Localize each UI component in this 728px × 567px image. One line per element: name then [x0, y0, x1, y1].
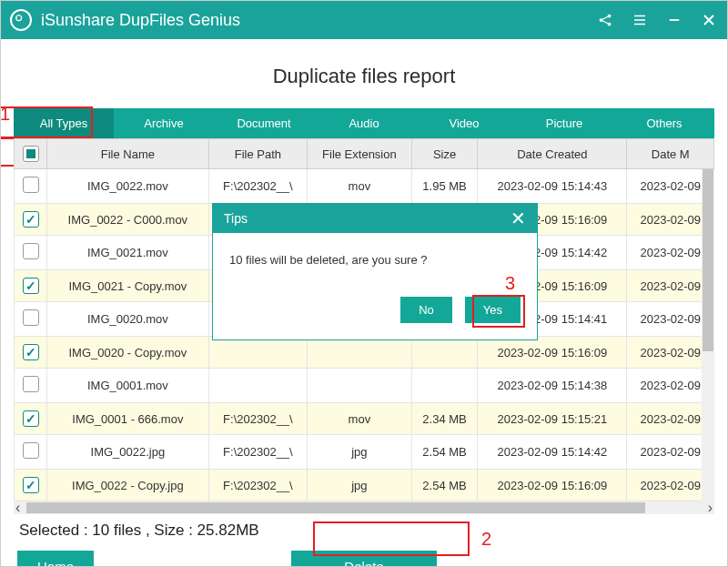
cell-file-path: F:\202302__\ — [208, 435, 307, 470]
minimize-icon[interactable] — [665, 11, 683, 29]
cell-file-ext: mov — [308, 169, 412, 204]
cell-date-created: 2023-02-09 15:16:09 — [478, 470, 627, 501]
col-file-name[interactable]: File Name — [47, 139, 209, 169]
svg-point-1 — [600, 18, 603, 22]
title-bar: iSunshare DupFiles Genius — [1, 1, 727, 39]
cell-file-name: IMG_0021.mov — [47, 236, 209, 270]
tab-video[interactable]: Video — [414, 108, 514, 138]
col-file-ext[interactable]: File Extension — [308, 139, 412, 169]
dialog-title: Tips — [224, 211, 248, 226]
svg-point-2 — [608, 15, 612, 18]
cell-size — [411, 369, 478, 403]
tab-audio[interactable]: Audio — [314, 108, 414, 138]
cell-size: 2.34 MB — [411, 403, 478, 435]
status-text: Selected : 10 files , Size : 25.82MB — [14, 518, 714, 547]
svg-point-3 — [608, 23, 612, 26]
confirm-dialog: Tips ✕ 10 files will be deleted, are you… — [212, 203, 538, 340]
cell-file-name: IMG_0022 - C000.mov — [47, 204, 209, 236]
dialog-close-icon[interactable]: ✕ — [511, 212, 526, 225]
cell-file-ext: jpg — [308, 470, 412, 501]
row-checkbox[interactable] — [23, 442, 39, 459]
col-date-modified[interactable]: Date M — [627, 139, 714, 169]
table-row[interactable]: IMG_0001.mov2023-02-09 15:14:382023-02-0… — [15, 369, 714, 403]
cell-date-created: 2023-02-09 15:14:42 — [478, 435, 627, 470]
page-title: Duplicate files report — [1, 39, 727, 108]
tab-archive[interactable]: Archive — [114, 108, 214, 138]
cell-file-ext — [308, 369, 412, 403]
row-checkbox[interactable] — [23, 309, 39, 326]
cell-file-name: IMG_0020.mov — [47, 302, 209, 337]
cell-date-created: 2023-02-09 15:16:09 — [478, 337, 627, 369]
cell-file-ext: jpg — [308, 435, 412, 470]
cell-file-ext — [308, 337, 412, 369]
cell-file-name: IMG_0022.mov — [47, 169, 209, 204]
table-row[interactable]: IMG_0022.movF:\202302__\mov1.95 MB2023-0… — [15, 169, 714, 204]
cell-file-name: IMG_0020 - Copy.mov — [47, 337, 209, 369]
cell-date-created: 2023-02-09 15:14:43 — [478, 169, 627, 204]
horizontal-scrollbar-thumb[interactable] — [26, 502, 645, 513]
tab-all-types[interactable]: All Types — [14, 108, 114, 138]
tab-others[interactable]: Others — [614, 108, 714, 138]
tab-document[interactable]: Document — [214, 108, 314, 138]
cell-date-created: 2023-02-09 15:14:38 — [478, 369, 627, 403]
table-row[interactable]: IMG_0022.jpgF:\202302__\jpg2.54 MB2023-0… — [15, 435, 714, 470]
share-icon[interactable] — [596, 11, 614, 29]
cell-file-path — [208, 369, 307, 403]
vertical-scrollbar-thumb[interactable] — [703, 169, 713, 351]
row-checkbox[interactable] — [23, 243, 39, 259]
dialog-message: 10 files will be deleted, are you sure ? — [213, 233, 537, 297]
col-file-path[interactable]: File Path — [208, 139, 307, 169]
menu-icon[interactable] — [631, 11, 649, 29]
row-checkbox[interactable] — [23, 477, 39, 493]
cell-file-name: IMG_0022 - Copy.jpg — [47, 470, 209, 501]
cell-file-name: IMG_0022.jpg — [47, 435, 209, 470]
horizontal-scrollbar[interactable] — [14, 501, 714, 514]
vertical-scrollbar[interactable] — [702, 169, 714, 501]
home-button[interactable]: Home — [17, 551, 94, 567]
tab-picture[interactable]: Picture — [514, 108, 614, 138]
app-title: iSunshare DupFiles Genius — [41, 11, 596, 30]
delete-button[interactable]: Delete — [291, 551, 436, 567]
window-controls — [596, 11, 718, 29]
bottom-bar: Home Delete 2 — [1, 547, 727, 567]
col-date-created[interactable]: Date Created — [478, 139, 627, 169]
cell-file-path: F:\202302__\ — [208, 169, 307, 204]
cell-file-path: F:\202302__\ — [208, 403, 307, 435]
table-row[interactable]: IMG_0022 - Copy.jpgF:\202302__\jpg2.54 M… — [15, 470, 714, 501]
cell-file-ext: mov — [308, 403, 412, 435]
cell-file-path: F:\202302__\ — [208, 470, 307, 501]
svg-point-0 — [16, 15, 22, 21]
row-checkbox[interactable] — [23, 344, 39, 360]
cell-size: 2.54 MB — [411, 435, 478, 470]
row-checkbox[interactable] — [23, 177, 39, 193]
filter-tabs: All Types Archive Document Audio Video P… — [14, 108, 714, 138]
dialog-yes-button[interactable]: Yes — [465, 297, 521, 323]
cell-size — [411, 337, 478, 369]
cell-file-name: IMG_0001.mov — [47, 369, 209, 403]
cell-size: 1.95 MB — [411, 169, 478, 204]
table-row[interactable]: IMG_0020 - Copy.mov2023-02-09 15:16:0920… — [15, 337, 714, 369]
cell-file-path — [208, 337, 307, 369]
row-checkbox[interactable] — [23, 410, 39, 427]
dialog-no-button[interactable]: No — [400, 297, 452, 323]
cell-file-name: IMG_0001 - 666.mov — [47, 403, 209, 435]
cell-date-created: 2023-02-09 15:15:21 — [478, 403, 627, 435]
col-size[interactable]: Size — [411, 139, 478, 169]
close-icon[interactable] — [700, 11, 718, 29]
table-row[interactable]: IMG_0001 - 666.movF:\202302__\mov2.34 MB… — [15, 403, 714, 435]
row-checkbox[interactable] — [23, 278, 39, 294]
select-all-checkbox[interactable] — [23, 146, 39, 162]
col-select-all — [15, 139, 47, 169]
app-logo-icon — [10, 9, 32, 31]
row-checkbox[interactable] — [23, 376, 39, 392]
row-checkbox[interactable] — [23, 211, 39, 228]
dialog-titlebar: Tips ✕ — [213, 204, 537, 233]
cell-file-name: IMG_0021 - Copy.mov — [47, 270, 209, 302]
cell-size: 2.54 MB — [411, 470, 478, 501]
